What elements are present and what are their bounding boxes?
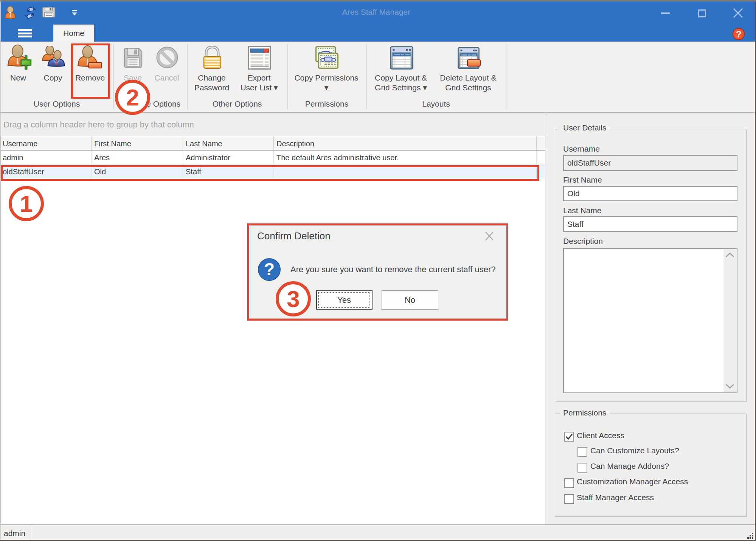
svg-text:?: ?	[264, 259, 275, 279]
svg-text:?: ?	[736, 29, 742, 39]
